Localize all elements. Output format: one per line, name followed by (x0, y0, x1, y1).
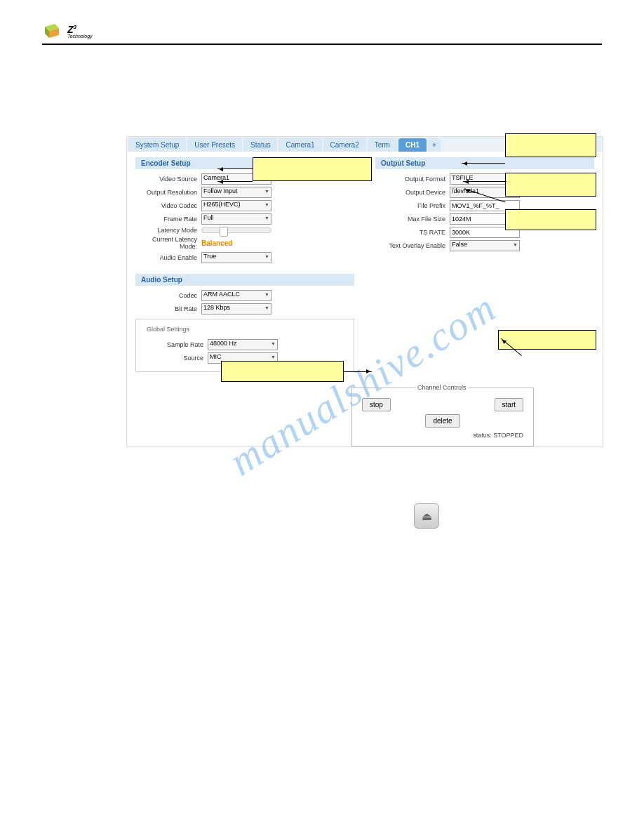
current-latency-label: Current Latency Mode: (135, 236, 197, 250)
page-header: Z3 Technology (42, 21, 602, 45)
latency-mode-label: Latency Mode (135, 227, 197, 234)
max-file-size-label: Max File Size (375, 216, 445, 223)
output-resolution-label: Output Resolution (135, 189, 197, 196)
video-codec-select[interactable]: H265(HEVC) (201, 200, 271, 211)
tab-system-setup[interactable]: System Setup (128, 138, 186, 152)
callout-box-2 (505, 133, 596, 157)
callout-box-3 (505, 173, 596, 197)
audio-setup-head: Audio Setup (135, 274, 354, 286)
bit-rate-select[interactable]: 128 Kbps (201, 303, 271, 315)
audio-enable-select[interactable]: True (201, 252, 271, 263)
tab-add[interactable]: + (428, 138, 441, 152)
tab-status[interactable]: Status (243, 138, 277, 152)
delete-button[interactable]: delete (425, 414, 459, 428)
arrow-7 (344, 371, 372, 372)
eject-button[interactable]: ⏏ (414, 503, 439, 529)
tab-term[interactable]: Term (368, 138, 397, 152)
sample-rate-label: Sample Rate (142, 341, 203, 348)
tab-camera2[interactable]: Camera2 (323, 138, 366, 152)
video-codec-label: Video Codec (135, 202, 197, 209)
frame-rate-label: Frame Rate (135, 216, 197, 223)
channel-controls-legend: Channel Controls (415, 384, 469, 391)
brand-sub: Technology (67, 35, 93, 38)
audio-codec-select[interactable]: ARM AACLC (201, 290, 271, 301)
arrow-4 (463, 181, 507, 182)
output-resolution-select[interactable]: Follow Input (201, 187, 271, 198)
arrow-2 (217, 181, 253, 182)
status-text: status: STOPPED (362, 432, 523, 439)
global-settings-legend: Global Settings (145, 326, 192, 333)
tab-camera1[interactable]: Camera1 (279, 138, 321, 152)
channel-controls: Channel Controls stop start delete statu… (351, 388, 534, 446)
latency-slider[interactable] (201, 227, 271, 233)
file-prefix-label: File Prefix (375, 202, 445, 209)
text-overlay-select[interactable]: False (450, 240, 520, 251)
video-source-label: Video Source (135, 176, 197, 183)
output-format-label: Output Format (375, 176, 445, 183)
arrow-3 (462, 163, 505, 164)
brand-text: Z3 Technology (67, 24, 93, 38)
stop-button[interactable]: stop (362, 398, 391, 411)
brand-sup: 3 (74, 24, 76, 30)
current-latency-value: Balanced (201, 239, 232, 247)
bit-rate-label: Bit Rate (135, 305, 197, 312)
output-device-label: Output Device (375, 189, 445, 196)
text-overlay-label: Text Overlay Enable (375, 242, 445, 249)
audio-enable-label: Audio Enable (135, 254, 197, 261)
arrow-1 (217, 168, 253, 169)
callout-box-4 (505, 209, 596, 230)
audio-source-label: Source (142, 355, 203, 362)
ts-rate-label: TS RATE (375, 229, 445, 236)
audio-codec-label: Codec (135, 292, 197, 299)
tab-ch1[interactable]: CH1 (398, 138, 427, 152)
sample-rate-select[interactable]: 48000 Hz (208, 339, 278, 350)
logo-icon (42, 21, 62, 41)
callout-box-1 (253, 157, 372, 181)
frame-rate-select[interactable]: Full (201, 213, 271, 225)
tab-user-presets[interactable]: User Presets (187, 138, 242, 152)
left-column: Encoder Setup Video SourceCamera1 Output… (135, 157, 354, 372)
start-button[interactable]: start (495, 398, 523, 411)
callout-box-6 (221, 361, 344, 382)
callout-box-5 (498, 330, 596, 350)
